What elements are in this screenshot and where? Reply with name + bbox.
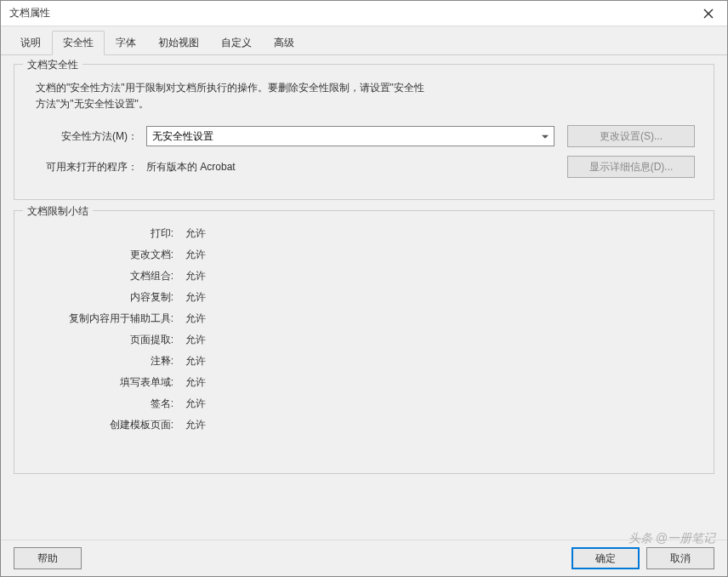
- restriction-row: 更改文档允许: [27, 248, 701, 262]
- restriction-row: 文档组合允许: [27, 269, 701, 283]
- security-method-select[interactable]: 无安全性设置: [146, 126, 555, 146]
- close-button[interactable]: [689, 1, 727, 26]
- restriction-label: 创建模板页面: [27, 418, 180, 432]
- security-desc-line2: 方法"为"无安全性设置"。: [36, 98, 149, 110]
- restriction-label: 文档组合: [27, 269, 180, 283]
- restriction-value: 允许: [185, 269, 206, 283]
- restriction-row: 页面提取允许: [27, 333, 701, 347]
- restrictions-groupbox: 文档限制小结 打印允许更改文档允许文档组合允许内容复制允许复制内容用于辅助工具允…: [14, 210, 714, 474]
- restriction-value: 允许: [185, 248, 206, 262]
- restriction-value: 允许: [185, 354, 206, 368]
- help-button[interactable]: 帮助: [14, 547, 82, 569]
- window-title: 文档属性: [9, 6, 50, 20]
- restrictions-group-title: 文档限制小结: [23, 204, 93, 219]
- restriction-label: 页面提取: [27, 333, 180, 347]
- tab-custom[interactable]: 自定义: [210, 31, 263, 55]
- security-description: 文档的"安全性方法"用于限制对文档所执行的操作。要删除安全性限制，请设置"安全性…: [36, 80, 701, 112]
- change-settings-button: 更改设置(S)...: [567, 125, 695, 147]
- show-details-button: 显示详细信息(D)...: [567, 156, 695, 178]
- security-desc-line1: 文档的"安全性方法"用于限制对文档所执行的操作。要删除安全性限制，请设置"安全性: [36, 82, 424, 94]
- restriction-label: 内容复制: [27, 290, 180, 305]
- restriction-value: 允许: [185, 418, 206, 432]
- restriction-label: 更改文档: [27, 248, 180, 262]
- tab-security[interactable]: 安全性: [52, 31, 105, 55]
- open-program-value: 所有版本的 Acrobat: [146, 160, 555, 174]
- restriction-label: 填写表单域: [27, 375, 180, 390]
- restriction-label: 注释: [27, 354, 180, 368]
- tab-initial-view[interactable]: 初始视图: [147, 31, 210, 55]
- security-group-title: 文档安全性: [23, 58, 82, 72]
- ok-button[interactable]: 确定: [572, 547, 640, 569]
- security-method-row: 安全性方法(M)： 无安全性设置 更改设置(S)...: [27, 125, 701, 147]
- titlebar: 文档属性: [1, 1, 727, 26]
- restriction-value: 允许: [185, 226, 206, 241]
- security-groupbox: 文档安全性 文档的"安全性方法"用于限制对文档所执行的操作。要删除安全性限制，请…: [14, 64, 714, 200]
- open-program-row: 可用来打开的程序： 所有版本的 Acrobat 显示详细信息(D)...: [27, 156, 701, 178]
- restriction-label: 签名: [27, 397, 180, 411]
- tab-advanced[interactable]: 高级: [263, 31, 305, 55]
- security-method-value: 无安全性设置: [152, 129, 213, 144]
- tab-bar: 说明 安全性 字体 初始视图 自定义 高级: [1, 26, 727, 55]
- restriction-value: 允许: [185, 397, 206, 411]
- open-program-label: 可用来打开的程序：: [27, 160, 146, 174]
- restriction-row: 打印允许: [27, 226, 701, 241]
- close-icon: [703, 9, 714, 19]
- restriction-value: 允许: [185, 375, 206, 390]
- content-area: 文档安全性 文档的"安全性方法"用于限制对文档所执行的操作。要删除安全性限制，请…: [1, 55, 727, 540]
- restriction-row: 填写表单域允许: [27, 375, 701, 390]
- document-properties-dialog: 文档属性 说明 安全性 字体 初始视图 自定义 高级 文档安全性 文档的"安全性…: [0, 0, 728, 577]
- restriction-label: 复制内容用于辅助工具: [27, 311, 180, 326]
- restriction-row: 注释允许: [27, 354, 701, 368]
- restriction-row: 内容复制允许: [27, 290, 701, 305]
- restriction-row: 复制内容用于辅助工具允许: [27, 311, 701, 326]
- footer: 帮助 确定 取消: [1, 540, 727, 576]
- security-method-label: 安全性方法(M)：: [27, 129, 146, 144]
- restriction-label: 打印: [27, 226, 180, 241]
- tab-fonts[interactable]: 字体: [105, 31, 147, 55]
- restriction-value: 允许: [185, 333, 206, 347]
- tab-description[interactable]: 说明: [9, 31, 52, 55]
- restriction-row: 签名允许: [27, 397, 701, 411]
- restriction-value: 允许: [185, 290, 206, 305]
- restriction-value: 允许: [185, 311, 206, 326]
- restrictions-list: 打印允许更改文档允许文档组合允许内容复制允许复制内容用于辅助工具允许页面提取允许…: [27, 226, 701, 432]
- cancel-button[interactable]: 取消: [646, 547, 714, 569]
- restriction-row: 创建模板页面允许: [27, 418, 701, 432]
